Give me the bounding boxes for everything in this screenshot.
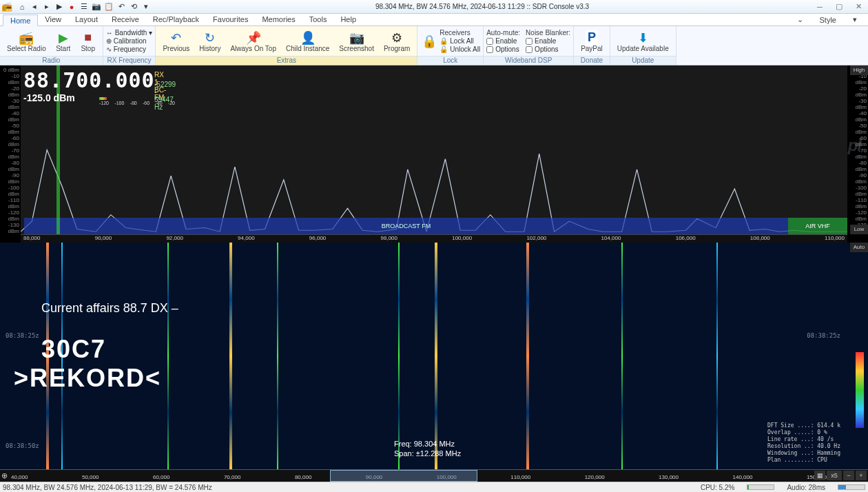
quick-access-toolbar: ⌂ ◂ ▸ ▶ ● ☰ 📷 📋 ↶ ⟲ ▾	[14, 1, 154, 12]
waterfall-auto-button[interactable]: Auto	[850, 243, 868, 252]
automute-enable-checkbox[interactable]: Enable	[486, 37, 520, 45]
waterfall-timestamp-left2: 08:38:50z	[6, 442, 39, 449]
tuned-frequency[interactable]: 88.700.000	[23, 68, 155, 92]
qat-undo-icon[interactable]: ↶	[116, 1, 127, 12]
spectrum-high-button[interactable]: High	[850, 65, 868, 75]
frequency-button[interactable]: ∿Frequency	[106, 45, 153, 53]
lock-icon: 🔒	[422, 34, 437, 49]
group-update-label: Update	[610, 56, 676, 65]
tab-tools[interactable]: Tools	[302, 14, 334, 25]
lock-open-icon: 🔓	[440, 45, 448, 53]
screenshot-button[interactable]: 📷Screenshot	[335, 29, 378, 54]
qat-copy-icon[interactable]: 📋	[103, 1, 114, 12]
select-radio-button[interactable]: 📻Select Radio	[3, 29, 50, 54]
title-bar: 📻 ⌂ ◂ ▸ ▶ ● ☰ 📷 📋 ↶ ⟲ ▾ 98.304 MHz, BW 2…	[0, 0, 868, 14]
qat-rec-icon[interactable]: ●	[66, 1, 77, 12]
overview-zoom-in-icon[interactable]: +	[856, 471, 867, 480]
expand-ribbon-icon[interactable]: ⌄	[790, 14, 810, 25]
ribbon-tabs: Home View Layout Receive Rec/Playback Fa…	[0, 14, 868, 26]
rds-pi-code: 30C7	[41, 335, 178, 364]
spectrum-display[interactable]: coza dzien.pl 0 dBm-10 dBm-20 dBm-30 dBm…	[0, 65, 868, 243]
qat-fwd-icon[interactable]: ▸	[41, 1, 52, 12]
tab-view[interactable]: View	[38, 14, 68, 25]
qat-pref-icon[interactable]: ☰	[79, 1, 90, 12]
band-broadcast-fm: BROADCAST FM	[24, 218, 788, 234]
window-title: 98.304 MHz, BW 24.576 MHz, 2024-06-13 11…	[154, 3, 810, 10]
cpu-label: CPU: 5.2%	[701, 484, 734, 491]
dft-info: DFT Size ....: 614.4 kOverlap .....: 0 %…	[767, 422, 840, 464]
child-instance-button[interactable]: 👤Child Instance	[282, 29, 333, 54]
noiseblanker-enable-checkbox[interactable]: Enable	[526, 37, 570, 45]
tab-favourites[interactable]: Favourites	[206, 14, 255, 25]
qat-more-icon[interactable]: ▾	[141, 1, 152, 12]
qat-back-icon[interactable]: ◂	[29, 1, 40, 12]
unlock-all-button[interactable]: 🔓Unlock All	[440, 45, 480, 53]
offset-label: -52299 - 59447 Hz	[154, 81, 176, 111]
spectrum-x-axis: 88,00090,00092,00094,00096,00098,000100,…	[21, 234, 847, 243]
waterfall-timestamp-left: 08:38:25z	[6, 332, 39, 339]
program-button[interactable]: ⚙Program	[380, 29, 414, 54]
camera-icon: 📷	[349, 30, 364, 45]
group-radio-label: Radio	[0, 56, 103, 65]
overview-window[interactable]	[330, 470, 477, 482]
qat-camera-icon[interactable]: 📷	[91, 1, 102, 12]
calibration-button[interactable]: ⊕Calibration	[106, 37, 153, 45]
overview-grid-icon[interactable]: ▦	[814, 471, 825, 480]
tab-memories[interactable]: Memories	[255, 14, 302, 25]
program-icon: ⚙	[391, 30, 402, 45]
overview-zoom-out-icon[interactable]: −	[843, 471, 854, 480]
minimize-button[interactable]: ─	[810, 0, 829, 14]
tab-home[interactable]: Home	[3, 14, 38, 26]
qat-play-icon[interactable]: ▶	[54, 1, 65, 12]
paypal-button[interactable]: PPayPal	[577, 29, 607, 54]
style-dropdown[interactable]: Style	[813, 14, 843, 25]
bandwidth-icon: ↔	[106, 29, 113, 37]
waterfall-display[interactable]: Auto Current affairs 88.7 DX – 30C7 >REK…	[0, 243, 868, 469]
color-palette[interactable]	[856, 352, 864, 428]
start-button[interactable]: ▶Start	[52, 29, 75, 54]
play-icon: ▶	[59, 30, 68, 45]
status-left: 98.304 MHz, BW 24.576 MHz, 2024-06-13 11…	[3, 484, 212, 491]
always-on-top-button[interactable]: 📌Always On Top	[226, 29, 280, 54]
tab-help[interactable]: Help	[333, 14, 363, 25]
history-button[interactable]: ↻History	[195, 29, 225, 54]
download-icon: ⬇	[638, 30, 648, 45]
rds-radiotext: Current affairs 88.7 DX –	[41, 301, 178, 316]
group-donate-label: Donate	[574, 56, 610, 65]
audio-bar	[838, 484, 865, 490]
bandwidth-button[interactable]: ↔Bandwidth ▾	[106, 29, 153, 37]
rds-ps-name: >REKORD<	[14, 364, 178, 393]
overview-zoom-label[interactable]: x5	[827, 471, 842, 480]
audio-label: Audio: 28ms	[787, 484, 825, 491]
calibration-icon: ⊕	[106, 37, 112, 45]
noiseblanker-options-checkbox[interactable]: Options	[526, 45, 570, 53]
tab-layout[interactable]: Layout	[68, 14, 105, 25]
band-air-vhf: AIR VHF	[788, 218, 847, 234]
undo-icon: ↶	[171, 30, 181, 45]
maximize-button[interactable]: ▢	[829, 0, 849, 14]
lock-all-button[interactable]: 🔒Lock All	[440, 37, 480, 45]
frequency-icon: ∿	[106, 45, 112, 53]
waterfall-timestamp-right: 08:38:25z	[807, 332, 840, 339]
tab-recplayback[interactable]: Rec/Playback	[146, 14, 206, 25]
waterfall-freq-info: Freq: 98.304 MHz Span: ±12.288 MHz	[394, 439, 461, 458]
paypal-icon: P	[586, 30, 598, 45]
stop-button[interactable]: ■Stop	[76, 29, 100, 54]
child-icon: 👤	[300, 30, 316, 45]
qat-redo-icon[interactable]: ⟲	[128, 1, 139, 12]
automute-options-checkbox[interactable]: Options	[486, 45, 520, 53]
spectrum-y-axis-left: 0 dBm-10 dBm-20 dBm-30 dBm-40 dBm-50 dBm…	[0, 65, 21, 234]
overview-target-icon[interactable]: ⊕	[1, 471, 8, 480]
previous-button[interactable]: ↶Previous	[158, 29, 194, 54]
qat-home-icon[interactable]: ⌂	[17, 1, 28, 12]
group-rxfreq-label: RX Frequency	[103, 56, 156, 65]
frequency-overview[interactable]: ⊕ 40,00050,00060,00070,00080,00090,00010…	[0, 469, 868, 482]
automute-label: Auto-mute:	[486, 29, 520, 37]
close-button[interactable]: ✕	[849, 0, 868, 14]
tab-receive[interactable]: Receive	[105, 14, 146, 25]
style-chevron-icon[interactable]: ▾	[846, 14, 864, 25]
spectrum-low-button[interactable]: Low	[850, 225, 868, 234]
app-icon[interactable]: 📻	[0, 0, 14, 14]
update-button[interactable]: ⬇Update Available	[613, 29, 673, 54]
ribbon: 📻Select Radio ▶Start ■Stop Radio ↔Bandwi…	[0, 26, 868, 65]
